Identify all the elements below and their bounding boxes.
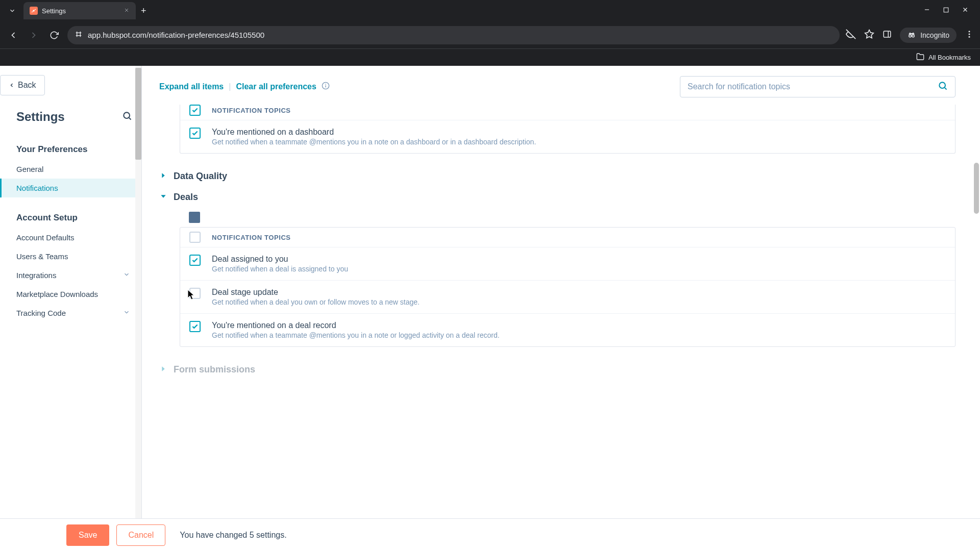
chevron-right-icon xyxy=(159,365,167,375)
nav-item-label: Notifications xyxy=(16,184,58,192)
topic-title: Deal assigned to you xyxy=(212,255,348,264)
svg-point-19 xyxy=(909,35,912,37)
topic-desc: Get notified when a teammate @mentions y… xyxy=(212,138,536,146)
top-actions-row: Expand all items | Clear all preferences xyxy=(159,76,955,97)
section-data-quality[interactable]: Data Quality xyxy=(159,166,955,187)
dashboard-topics-panel: NOTIFICATION TOPICS You're mentioned on … xyxy=(180,105,955,154)
topic-search-input[interactable] xyxy=(688,82,933,91)
panel-header-row: NOTIFICATION TOPICS xyxy=(180,105,955,120)
svg-point-22 xyxy=(969,33,970,35)
svg-line-30 xyxy=(945,88,947,90)
topic-checkbox[interactable] xyxy=(189,128,201,139)
topic-text: You're mentioned on a dashboard Get noti… xyxy=(212,128,536,146)
separator: | xyxy=(229,82,231,91)
topic-title: You're mentioned on a deal record xyxy=(212,321,500,330)
nav-section-account: Account Setup Account Defaults Users & T… xyxy=(0,202,141,327)
topic-checkbox[interactable] xyxy=(189,255,201,266)
nav-item-label: Account Defaults xyxy=(16,233,74,242)
forward-nav-icon[interactable] xyxy=(27,28,41,42)
tab-bar: Settings + xyxy=(0,0,980,21)
chevron-down-icon xyxy=(123,309,130,317)
tab-search-dropdown[interactable] xyxy=(4,3,20,19)
settings-header: Settings xyxy=(0,95,141,133)
topic-text: You're mentioned on a deal record Get no… xyxy=(212,321,500,339)
nav-item-notifications[interactable]: Notifications xyxy=(0,179,141,197)
search-icon[interactable] xyxy=(938,81,948,93)
topic-row-deal-assigned: Deal assigned to you Get notified when a… xyxy=(180,247,955,281)
nav-item-account-defaults[interactable]: Account Defaults xyxy=(0,228,141,247)
incognito-label: Incognito xyxy=(920,31,949,39)
svg-point-24 xyxy=(124,112,130,118)
topic-text: Deal assigned to you Get notified when a… xyxy=(212,255,348,273)
select-all-checkbox[interactable] xyxy=(189,232,201,243)
nav-item-users-teams[interactable]: Users & Teams xyxy=(0,247,141,266)
incognito-badge[interactable]: Incognito xyxy=(900,28,957,43)
address-bar[interactable]: app.hubspot.com/notification-preferences… xyxy=(67,26,840,44)
bookmark-star-icon[interactable] xyxy=(864,29,874,41)
reload-icon[interactable] xyxy=(47,28,61,42)
topic-text: Deal stage update Get notified when a de… xyxy=(212,288,420,306)
panel-header-row: NOTIFICATION TOPICS xyxy=(180,228,955,247)
svg-point-28 xyxy=(325,84,326,85)
topic-row-deal-stage: Deal stage update Get notified when a de… xyxy=(180,281,955,314)
svg-marker-32 xyxy=(161,195,165,197)
topic-checkbox[interactable] xyxy=(189,321,201,332)
topic-checkbox[interactable] xyxy=(189,288,201,299)
nav-heading-account: Account Setup xyxy=(0,206,141,228)
info-icon[interactable] xyxy=(322,82,330,92)
sidebar-scrollbar-thumb[interactable] xyxy=(135,68,141,160)
nav-item-marketplace[interactable]: Marketplace Downloads xyxy=(0,285,141,304)
deals-topics-panel: NOTIFICATION TOPICS Deal assigned to you… xyxy=(180,227,955,347)
topic-search-box[interactable] xyxy=(680,76,955,97)
expand-all-link[interactable]: Expand all items xyxy=(159,82,224,91)
top-links: Expand all items | Clear all preferences xyxy=(159,82,330,92)
section-title: Data Quality xyxy=(174,171,227,182)
maximize-icon[interactable] xyxy=(943,6,949,15)
main-content: Expand all items | Clear all preferences… xyxy=(142,66,980,518)
svg-line-25 xyxy=(129,118,131,120)
topic-row-dashboard-mention: You're mentioned on a dashboard Get noti… xyxy=(180,120,955,153)
close-tab-icon[interactable] xyxy=(124,7,130,15)
nav-item-tracking-code[interactable]: Tracking Code xyxy=(0,304,141,322)
eye-off-icon[interactable] xyxy=(846,29,856,41)
section-deals[interactable]: Deals xyxy=(159,187,955,208)
settings-search-icon[interactable] xyxy=(122,111,132,123)
section-form-submissions[interactable]: Form submissions xyxy=(159,359,955,380)
minimize-icon[interactable] xyxy=(923,6,930,15)
nav-heading-preferences: Your Preferences xyxy=(0,137,141,160)
new-tab-button[interactable]: + xyxy=(141,6,146,16)
svg-marker-16 xyxy=(865,30,874,38)
topic-desc: Get notified when a deal you own or foll… xyxy=(212,298,420,306)
folder-icon xyxy=(916,53,924,62)
section-title: Deals xyxy=(174,192,198,203)
select-all-checkbox[interactable] xyxy=(189,105,201,116)
browser-menu-icon[interactable] xyxy=(965,30,974,41)
site-info-icon[interactable] xyxy=(75,30,83,40)
clear-all-link[interactable]: Clear all preferences xyxy=(236,82,316,91)
topic-title: You're mentioned on a dashboard xyxy=(212,128,536,137)
nav-section-preferences: Your Preferences General Notifications xyxy=(0,133,141,202)
nav-item-label: Marketplace Downloads xyxy=(16,290,98,298)
settings-title: Settings xyxy=(16,110,65,124)
topic-title: Deal stage update xyxy=(212,288,420,297)
app-container: Back Settings Your Preferences General N… xyxy=(0,66,980,518)
side-panel-icon[interactable] xyxy=(883,30,892,41)
svg-point-23 xyxy=(969,36,970,37)
main-scrollbar-thumb[interactable] xyxy=(974,163,979,214)
svg-point-21 xyxy=(969,31,970,32)
all-bookmarks-link[interactable]: All Bookmarks xyxy=(928,54,971,61)
nav-item-label: Tracking Code xyxy=(16,309,66,317)
active-tab[interactable]: Settings xyxy=(23,2,136,19)
chevron-right-icon xyxy=(159,171,167,182)
back-nav-icon[interactable] xyxy=(6,28,20,42)
nav-item-general[interactable]: General xyxy=(0,160,141,179)
topics-header-label: NOTIFICATION TOPICS xyxy=(212,107,291,114)
address-bar-right: Incognito xyxy=(846,28,974,43)
email-icon[interactable] xyxy=(189,212,200,223)
nav-item-integrations[interactable]: Integrations xyxy=(0,266,141,285)
bookmarks-bar: All Bookmarks xyxy=(0,48,980,66)
back-button[interactable]: Back xyxy=(0,75,45,95)
chevron-down-icon xyxy=(123,271,130,280)
close-window-icon[interactable] xyxy=(962,6,969,15)
browser-chrome: Settings + app.hubspot.com/notification-… xyxy=(0,0,980,48)
